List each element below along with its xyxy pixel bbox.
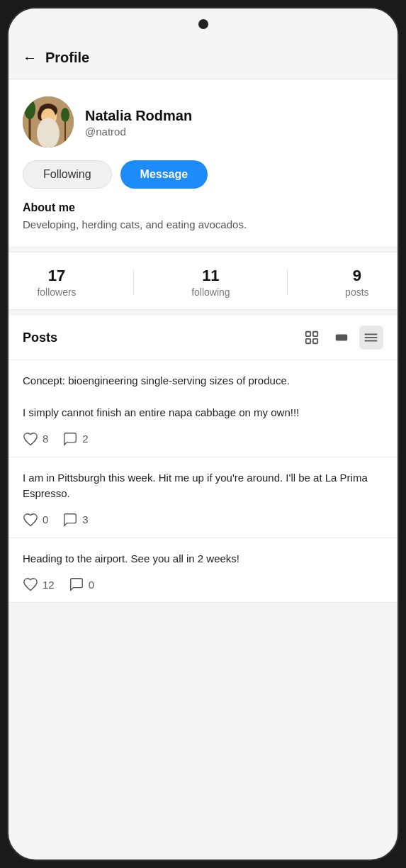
about-section: About me Developing, herding cats, and e… — [23, 201, 383, 232]
post-text: Concept: bioengineering single-serving s… — [23, 373, 383, 421]
comment-count: 2 — [82, 433, 88, 445]
comment-icon — [62, 431, 78, 447]
table-row: Concept: bioengineering single-serving s… — [9, 360, 397, 457]
posts-list: Concept: bioengineering single-serving s… — [9, 360, 397, 603]
avatar — [23, 96, 74, 148]
post-actions: 8 2 — [23, 431, 383, 447]
followers-label: followers — [37, 286, 76, 298]
svg-point-10 — [37, 118, 60, 148]
card-view-button[interactable] — [329, 326, 354, 350]
comment-button[interactable]: 2 — [62, 431, 88, 447]
post-text: I am in Pittsburgh this week. Hit me up … — [23, 470, 383, 502]
post-actions: 0 3 — [23, 512, 383, 528]
comment-count: 3 — [82, 513, 88, 525]
posts-title: Posts — [23, 330, 57, 345]
stat-divider-2 — [287, 269, 288, 295]
comment-button[interactable]: 3 — [62, 512, 88, 528]
svg-point-5 — [61, 108, 69, 122]
grid-view-button[interactable] — [300, 326, 324, 350]
svg-point-21 — [365, 340, 366, 341]
like-count: 8 — [43, 433, 48, 445]
page-title: Profile — [45, 50, 89, 66]
profile-section: Natalia Rodman @natrod Following Message… — [9, 79, 397, 246]
header: ← Profile — [9, 40, 397, 79]
message-button[interactable]: Message — [120, 160, 208, 189]
post-text: Heading to the airport. See you all in 2… — [23, 551, 383, 567]
list-view-button[interactable] — [359, 326, 383, 350]
svg-point-3 — [24, 99, 35, 119]
following-label: following — [191, 286, 230, 298]
comment-icon — [69, 577, 84, 592]
view-options — [300, 326, 383, 350]
stat-divider-1 — [133, 269, 134, 295]
svg-rect-11 — [306, 332, 310, 336]
action-buttons: Following Message — [23, 160, 383, 189]
like-count: 12 — [43, 579, 55, 591]
like-button[interactable]: 0 — [23, 512, 48, 528]
camera-bar — [9, 9, 397, 40]
stat-followers: 17 followers — [37, 267, 76, 298]
about-title: About me — [23, 201, 383, 214]
followers-count: 17 — [48, 267, 65, 285]
profile-top: Natalia Rodman @natrod — [23, 96, 383, 148]
comment-count: 0 — [89, 579, 94, 591]
back-button[interactable]: ← — [23, 47, 43, 69]
about-text: Developing, herding cats, and eating avo… — [23, 217, 383, 232]
svg-point-20 — [365, 337, 366, 338]
avatar-image — [23, 96, 74, 148]
profile-info: Natalia Rodman @natrod — [85, 107, 383, 138]
svg-rect-14 — [313, 339, 317, 343]
following-button[interactable]: Following — [23, 160, 112, 189]
like-button[interactable]: 12 — [23, 577, 55, 592]
heart-icon — [23, 577, 38, 592]
svg-point-19 — [365, 333, 366, 335]
post-actions: 12 0 — [23, 577, 383, 592]
stat-posts: 9 posts — [345, 267, 368, 298]
stat-following: 11 following — [191, 267, 230, 298]
comment-button[interactable]: 0 — [69, 577, 94, 592]
posts-label: posts — [345, 286, 368, 298]
svg-rect-15 — [336, 334, 348, 340]
profile-handle: @natrod — [85, 126, 383, 138]
phone-frame: ← Profile — [7, 7, 399, 861]
camera-dot — [198, 19, 208, 29]
table-row: Heading to the airport. See you all in 2… — [9, 538, 397, 603]
profile-name: Natalia Rodman — [85, 107, 383, 124]
posts-header: Posts — [9, 316, 397, 360]
svg-rect-12 — [313, 332, 317, 336]
heart-icon — [23, 431, 38, 447]
table-row: I am in Pittsburgh this week. Hit me up … — [9, 457, 397, 538]
following-count: 11 — [202, 267, 219, 285]
posts-count: 9 — [353, 267, 361, 285]
svg-rect-13 — [306, 339, 310, 343]
heart-icon — [23, 512, 38, 528]
like-count: 0 — [43, 513, 48, 525]
stats-section: 17 followers 11 following 9 posts — [9, 252, 397, 310]
comment-icon — [62, 512, 78, 528]
like-button[interactable]: 8 — [23, 431, 48, 447]
